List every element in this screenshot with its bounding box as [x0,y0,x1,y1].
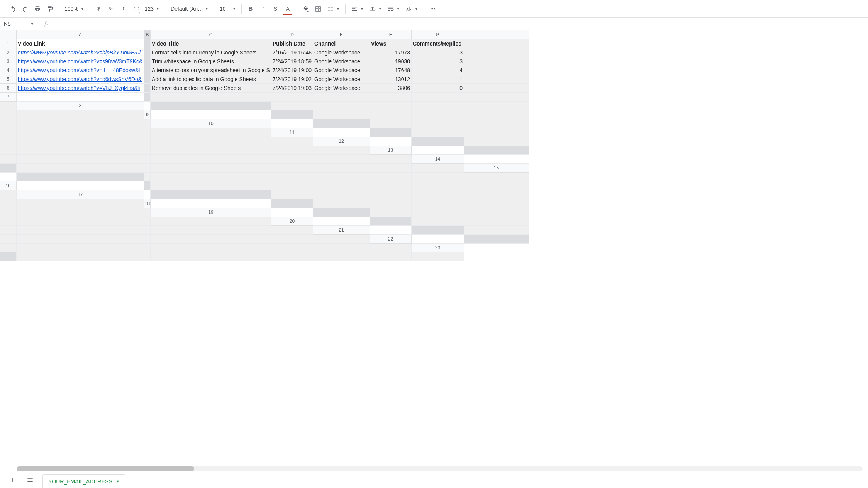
cell[interactable] [464,226,529,235]
cell[interactable] [144,66,151,75]
cell[interactable] [370,128,412,137]
cell[interactable] [144,190,151,199]
cell[interactable] [144,252,151,261]
cell[interactable] [464,137,529,146]
cell[interactable] [144,137,151,146]
video-link[interactable]: https://www.youtube.com/watch?v=b6dwsShV… [18,76,142,82]
cell[interactable] [144,75,151,84]
cell[interactable] [370,244,412,252]
row-header[interactable]: 15 [464,164,529,173]
cell[interactable]: Views [370,39,412,48]
more-button[interactable] [427,3,439,15]
cell[interactable] [0,102,17,110]
cell[interactable]: https://www.youtube.com/watch?v=hlpBkYTl… [17,48,144,57]
row-header[interactable]: 20 [271,217,313,226]
video-link[interactable]: https://www.youtube.com/watch?v=VhJ_Xygl… [18,85,140,91]
cell[interactable] [151,181,271,190]
fill-color-button[interactable] [300,3,312,15]
cell[interactable]: 7/24/2019 19:00 [271,66,313,75]
row-header[interactable]: 16 [0,181,17,190]
cell[interactable] [144,155,151,164]
cell[interactable]: 7/24/2019 18:59 [271,57,313,66]
row-header[interactable]: 22 [370,235,412,244]
cell[interactable] [271,110,313,119]
cell[interactable] [151,93,271,102]
cell[interactable]: Google Workspace [313,48,370,57]
cell[interactable] [151,137,271,146]
cell[interactable] [151,199,271,208]
row-header[interactable]: 10 [151,119,271,128]
cell[interactable] [271,208,313,217]
cell[interactable]: 3 [412,57,464,66]
column-header[interactable]: E [313,30,370,39]
cell[interactable] [0,190,17,199]
redo-button[interactable] [19,3,31,15]
cell[interactable] [412,137,464,146]
cell[interactable]: https://www.youtube.com/watch?v=IL__48Ed… [17,66,144,75]
cell[interactable] [412,102,464,110]
cell[interactable] [412,110,464,119]
cell[interactable] [370,199,412,208]
cell[interactable] [17,137,144,146]
borders-button[interactable] [312,3,324,15]
merge-cells-dropdown[interactable]: ▼ [325,3,342,15]
cell[interactable] [313,146,370,155]
cell[interactable] [412,217,464,226]
cell[interactable] [271,252,313,261]
undo-button[interactable] [7,3,19,15]
cell[interactable]: Google Workspace [313,66,370,75]
row-header[interactable]: 5 [0,75,17,84]
cell[interactable] [271,173,313,181]
cell[interactable] [370,155,412,164]
cell[interactable] [313,102,370,110]
row-header[interactable]: 19 [151,208,271,217]
cell[interactable] [271,235,313,244]
cell[interactable] [144,181,151,190]
cell[interactable] [144,226,151,235]
cell[interactable] [271,226,313,235]
row-header[interactable]: 8 [17,102,144,110]
cell[interactable] [17,217,144,226]
column-header[interactable]: C [151,30,271,39]
cell[interactable] [412,164,464,173]
cell[interactable] [464,128,529,137]
cell[interactable]: 7/24/2019 19:02 [271,75,313,84]
cell[interactable] [151,110,271,119]
column-header[interactable]: D [271,30,313,39]
increase-decimal-button[interactable]: .00→ [130,3,142,15]
cell[interactable]: 4 [412,66,464,75]
cell[interactable] [313,173,370,181]
row-header[interactable]: 21 [313,226,370,235]
cell[interactable] [0,252,17,261]
cell[interactable] [464,48,529,57]
cell[interactable] [370,226,412,235]
cell[interactable] [17,235,144,244]
cell[interactable] [412,119,464,128]
cell[interactable] [313,190,370,199]
row-header[interactable]: 1 [0,39,17,48]
cell[interactable] [370,181,412,190]
cell[interactable] [144,93,151,102]
cell[interactable]: 17648 [370,66,412,75]
cell[interactable] [0,208,17,217]
cell[interactable] [0,235,17,244]
cell[interactable]: 13012 [370,75,412,84]
cell[interactable]: 7/24/2019 19:03 [271,84,313,93]
cell[interactable] [271,155,313,164]
cell[interactable] [151,155,271,164]
cell[interactable]: Trim whitespace in Google Sheets [151,57,271,66]
cell[interactable]: https://www.youtube.com/watch?v=s98vW3mT… [17,57,144,66]
bold-button[interactable]: B [245,3,256,15]
name-box[interactable]: N8▼ [0,18,38,30]
cell[interactable] [313,244,370,252]
cell[interactable] [313,217,370,226]
cell[interactable]: 17973 [370,48,412,57]
cell[interactable] [464,208,529,217]
row-header[interactable]: 7 [0,93,17,102]
row-header[interactable]: 23 [412,244,464,252]
cell[interactable]: 0 [412,84,464,93]
cell[interactable] [464,75,529,84]
print-button[interactable] [32,3,43,15]
column-header[interactable]: B [144,30,151,39]
cell[interactable] [370,173,412,181]
